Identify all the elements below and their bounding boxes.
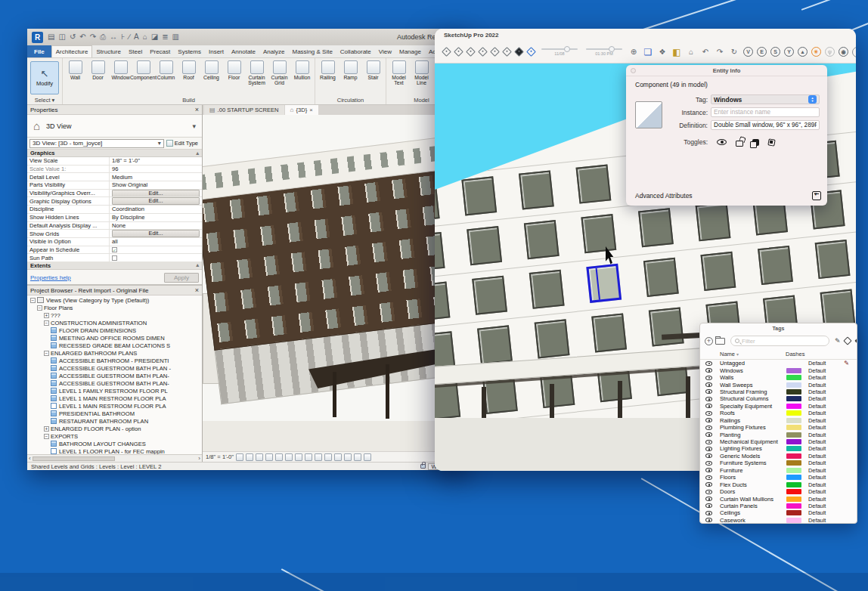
tag-row[interactable]: Curtain PanelsDefault [700,503,857,509]
sync-icon[interactable]: ↺ [70,33,76,41]
redo-icon[interactable]: ↷ [715,47,725,57]
visibility-eye-icon[interactable] [705,418,712,422]
tag-row[interactable]: Flex DuctsDefault [700,481,857,487]
tree-item[interactable]: BATHROOM LAYOUT CHANGES [27,440,202,447]
expand-icon[interactable]: + [44,313,49,318]
ribbon-tab-precast[interactable]: Precast [146,45,174,57]
properties-help-link[interactable]: Properties help [30,274,71,281]
property-value[interactable]: Medium [109,173,202,181]
tag-color-swatch[interactable] [786,497,801,502]
visibility-eye-icon[interactable] [705,503,712,508]
tag-color-swatch[interactable] [786,404,801,409]
print-icon[interactable]: ⎙ [100,33,106,41]
tag-dashes-value[interactable]: Default [808,517,826,523]
house-icon[interactable]: ⌂ [686,47,696,57]
ceiling-button[interactable]: Ceiling [200,60,222,96]
view-type-selector[interactable]: 3D View: [3D - tom_joyce] ▾ [29,139,164,148]
tag-dashes-value[interactable]: Default [808,459,826,466]
tag-dashes-value[interactable]: Default [808,417,826,424]
tag-dropdown[interactable]: Windows ▲▼ [711,94,820,104]
style-tag-icon-6[interactable] [502,47,512,57]
style-tag-icon-7[interactable] [514,47,524,57]
tag-row[interactable]: RailingsDefault [700,417,857,424]
property-value[interactable]: Edit... [109,197,202,205]
add-tag-icon[interactable]: + [705,337,713,345]
tag-dashes-value[interactable]: Default [808,395,826,402]
tag-filled-icon[interactable] [854,336,857,345]
tag-dashes-value[interactable]: Default [808,403,826,410]
tree-item[interactable]: LEVEL 1 FAMILY RESTROOM FLOOR PL [27,387,202,395]
tag-color-swatch[interactable] [786,460,801,466]
visibility-eye-icon[interactable] [705,490,712,494]
tree-item[interactable]: MEETING AND OFFICE ROOMS DIMEN [27,334,202,342]
property-value[interactable]: 96 [109,166,202,173]
curtain-grid-button[interactable]: Curtain Grid [268,60,290,96]
revit-canvas[interactable] [203,115,467,451]
tag-row[interactable]: DoorsDefault [700,488,857,495]
modify-button[interactable]: ↖Modify [30,61,59,94]
edit-type-button[interactable]: Edit Type [166,140,200,147]
tree-item[interactable]: −EXPORTS [27,432,202,440]
tree-item[interactable]: ACCESSIBLE GUESTROOM BATH PLAN- [27,379,202,387]
definition-input[interactable] [714,122,817,128]
property-value[interactable]: ✓ [109,246,202,254]
style-tag-icon-2[interactable] [454,47,463,57]
visibility-eye-icon[interactable] [705,432,712,437]
ramp-button[interactable]: Ramp [339,60,361,96]
tree-item[interactable]: ACCESSIBLE BATHROOM - PRESIDENTI [27,357,202,364]
share-model-icon[interactable]: ❏ [643,47,653,57]
view-tab[interactable]: ⌂{3D}× [285,105,318,115]
close-icon[interactable]: × [195,106,199,113]
open-icon[interactable]: ▤ [48,33,54,41]
visibility-eye-icon[interactable] [705,411,712,416]
edit-button[interactable]: Edit... [112,197,200,205]
tag-color-swatch[interactable] [786,410,801,416]
tag-color-swatch[interactable] [786,368,801,373]
tag-dashes-value[interactable]: Default [808,474,826,481]
tag-dashes-value[interactable]: Default [808,410,826,416]
apply-button[interactable]: Apply [164,273,199,283]
property-value[interactable]: Show Original [109,181,202,189]
filter-icon[interactable]: Y [784,47,794,57]
default-3d-view-icon[interactable]: ⌂ [143,33,147,41]
type-selector-preview[interactable]: ⌂ 3D View ▾ [27,115,202,138]
tag-row[interactable]: WallsDefault [700,374,857,381]
editable-only-icon[interactable] [420,464,426,469]
tag-row[interactable]: Furniture SystemsDefault [700,459,857,466]
property-value[interactable]: Coordination [109,206,202,213]
close-icon[interactable]: × [195,286,199,294]
stair-button[interactable]: Stair [362,60,384,96]
tag-color-swatch[interactable] [786,432,801,438]
undo-icon[interactable]: ↶ [79,33,85,41]
section-icon[interactable]: ◪ [151,33,158,41]
thin-lines-icon[interactable]: ≣ [162,33,168,41]
view-scale[interactable]: 1/8" = 1'-0" [206,453,234,460]
tag-dashes-value[interactable]: Default [808,382,826,388]
edit-button[interactable]: Edit... [112,190,200,197]
floor-button[interactable]: Floor [223,60,245,96]
unlock-toggle-icon[interactable] [736,141,743,147]
shadow-date-slider[interactable]: 11/08 [541,48,578,56]
tree-item[interactable]: ACCESSIBLE GUESTROOM BATH PLAN- [27,372,202,379]
worksharing-display-icon[interactable] [324,453,332,461]
ribbon-tab-view[interactable]: View [375,45,395,57]
window-button[interactable]: Window [110,60,132,96]
tag-color-swatch[interactable] [786,482,801,487]
style-tag-icon-1[interactable] [442,47,451,57]
style-tag-icon-4[interactable] [478,47,488,57]
tree-item[interactable]: −Views (View Category by Type (Default)) [27,296,202,304]
tag-color-swatch[interactable] [786,360,801,366]
receive-shadows-icon[interactable] [767,138,775,146]
revit-app-icon[interactable]: R [32,32,43,43]
tag-dashes-value[interactable]: Default [808,388,826,395]
vray-icon[interactable]: V [743,47,753,57]
tag-color-swatch[interactable] [786,396,801,401]
tag-dashes-value[interactable]: Default [808,432,826,438]
sandbox-icon[interactable]: S [770,47,780,57]
collapse-icon[interactable]: − [44,434,49,439]
visibility-eye-icon[interactable] [705,518,712,522]
close-icon[interactable]: × [309,107,312,113]
text-icon[interactable]: A [134,33,139,41]
chevron-down-icon[interactable]: ▾ [192,122,196,130]
checkbox-checked-icon[interactable]: ✓ [112,247,117,252]
